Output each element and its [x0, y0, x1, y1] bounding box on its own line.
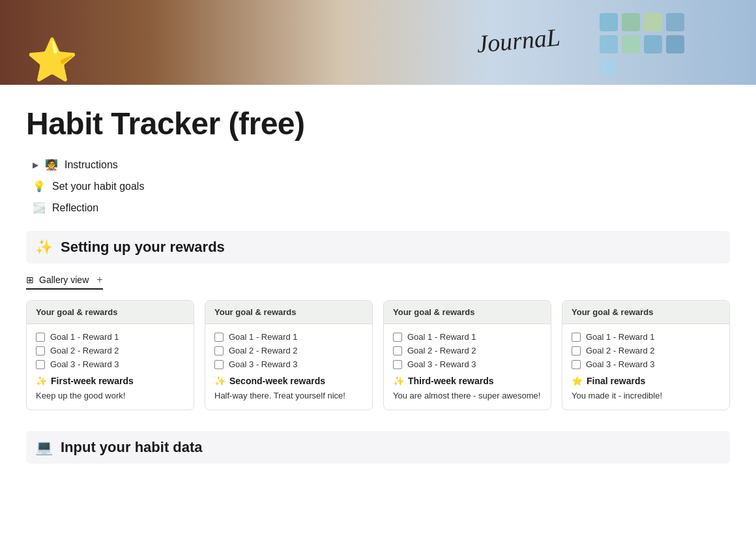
hero-square — [644, 35, 662, 53]
nav-reflection-label: Reflection — [52, 202, 98, 214]
card-3-goal-2[interactable]: Goal 2 - Reward 2 — [393, 346, 542, 355]
hero-square — [600, 13, 618, 31]
card-1-goal-3-label: Goal 3 - Reward 3 — [50, 359, 119, 369]
card-3-header: Your goal & rewards — [384, 301, 551, 324]
card-1-goal-1-label: Goal 1 - Reward 1 — [50, 332, 119, 342]
checkbox-icon[interactable] — [572, 333, 581, 342]
gallery-grid: Your goal & rewards Goal 1 - Reward 1 Go… — [26, 300, 730, 410]
nav-reflection-emoji: 🌫️ — [33, 202, 46, 214]
card-2-goal-2-label: Goal 2 - Reward 2 — [229, 346, 298, 355]
nav-goals-emoji: 💡 — [33, 180, 46, 192]
card-4-reward-emoji: ⭐ — [572, 376, 583, 386]
nav-item-reflection[interactable]: 🌫️ Reflection — [26, 198, 730, 218]
hero-square — [666, 35, 684, 53]
card-3-body: Goal 1 - Reward 1 Goal 2 - Reward 2 Goal… — [384, 324, 551, 410]
card-4-header: Your goal & rewards — [562, 301, 729, 324]
hero-square — [622, 13, 640, 31]
card-4-goal-1[interactable]: Goal 1 - Reward 1 — [572, 332, 720, 342]
card-3-goal-3-label: Goal 3 - Reward 3 — [407, 359, 476, 369]
gallery-card-2: Your goal & rewards Goal 1 - Reward 1 Go… — [205, 300, 373, 410]
toggle-arrow-icon: ▶ — [33, 160, 38, 170]
input-section-emoji: 💻 — [35, 439, 53, 456]
gallery-card-4: Your goal & rewards Goal 1 - Reward 1 Go… — [562, 300, 730, 410]
nav-instructions-label: Instructions — [65, 159, 118, 171]
checkbox-icon[interactable] — [214, 360, 224, 369]
nav-goals-label: Set your habit goals — [52, 181, 144, 192]
checkbox-icon[interactable] — [36, 346, 45, 355]
card-4-goal-3[interactable]: Goal 3 - Reward 3 — [572, 359, 720, 369]
hero-banner: JournaL ⭐ — [0, 0, 756, 85]
card-4-goal-2-label: Goal 2 - Reward 2 — [586, 346, 655, 355]
card-1-body: Goal 1 - Reward 1 Goal 2 - Reward 2 Goal… — [27, 324, 194, 410]
view-controls: ⊞ Gallery view + — [26, 274, 103, 290]
add-view-button[interactable]: + — [96, 274, 102, 286]
nav-item-instructions[interactable]: ▶ 🧑‍🏫 Instructions — [26, 155, 730, 175]
journal-text: JournaL — [476, 22, 562, 58]
nav-item-goals[interactable]: 💡 Set your habit goals — [26, 176, 730, 196]
card-3-reward-emoji: ✨ — [393, 376, 404, 386]
rewards-section-emoji: ✨ — [35, 239, 53, 256]
card-1-reward-header: ✨ First-week rewards — [36, 376, 184, 386]
nav-instructions-emoji: 🧑‍🏫 — [45, 158, 58, 171]
card-2-reward-emoji: ✨ — [214, 376, 225, 386]
star-icon-hero: ⭐ — [26, 39, 78, 81]
checkbox-icon[interactable] — [36, 333, 45, 342]
card-1-reward-emoji: ✨ — [36, 376, 47, 386]
card-1-goal-1[interactable]: Goal 1 - Reward 1 — [36, 332, 184, 342]
card-3-goal-2-label: Goal 2 - Reward 2 — [407, 346, 476, 355]
card-2-goal-2[interactable]: Goal 2 - Reward 2 — [214, 346, 363, 355]
checkbox-icon[interactable] — [214, 333, 224, 342]
gallery-card-3: Your goal & rewards Goal 1 - Reward 1 Go… — [383, 300, 551, 410]
card-3-reward-header: ✨ Third-week rewards — [393, 376, 542, 386]
hero-square — [600, 35, 618, 53]
checkbox-icon[interactable] — [572, 346, 581, 355]
card-4-reward-text: You made it - incredible! — [572, 390, 720, 402]
card-2-goal-3-label: Goal 3 - Reward 3 — [229, 359, 298, 369]
checkbox-icon[interactable] — [393, 346, 402, 355]
hero-squares — [600, 13, 704, 76]
card-1-header: Your goal & rewards — [27, 301, 194, 324]
rewards-section-title: Setting up your rewards — [61, 239, 225, 256]
card-1-goal-2-label: Goal 2 - Reward 2 — [50, 346, 119, 355]
card-4-reward-header: ⭐ Final rewards — [572, 376, 720, 386]
input-section-title: Input your habit data — [61, 439, 203, 456]
card-3-reward-text: You are almost there - super awesome! — [393, 390, 542, 402]
card-1-reward-text: Keep up the good work! — [36, 390, 184, 402]
card-4-goal-1-label: Goal 1 - Reward 1 — [586, 332, 655, 342]
checkbox-icon[interactable] — [36, 360, 45, 369]
card-3-reward-title: Third-week rewards — [408, 376, 494, 386]
checkbox-icon[interactable] — [214, 346, 224, 355]
card-1-reward-title: First-week rewards — [51, 376, 134, 386]
card-4-reward-title: Final rewards — [587, 376, 645, 386]
input-section-header: 💻 Input your habit data — [26, 431, 730, 464]
hero-square — [622, 35, 640, 53]
card-1-goal-3[interactable]: Goal 3 - Reward 3 — [36, 359, 184, 369]
card-2-goal-1[interactable]: Goal 1 - Reward 1 — [214, 332, 363, 342]
gallery-view-icon: ⊞ — [26, 275, 34, 285]
card-2-reward-text: Half-way there. Treat yourself nice! — [214, 390, 363, 402]
card-2-header: Your goal & rewards — [205, 301, 372, 324]
card-3-goal-1[interactable]: Goal 1 - Reward 1 — [393, 332, 542, 342]
card-4-body: Goal 1 - Reward 1 Goal 2 - Reward 2 Goal… — [562, 324, 729, 410]
checkbox-icon[interactable] — [393, 360, 402, 369]
rewards-section-header: ✨ Setting up your rewards — [26, 231, 730, 263]
hero-square — [600, 57, 618, 76]
page-title: Habit Tracker (free) — [26, 106, 730, 142]
card-3-goal-3[interactable]: Goal 3 - Reward 3 — [393, 359, 542, 369]
card-2-goal-1-label: Goal 1 - Reward 1 — [229, 332, 298, 342]
card-2-reward-title: Second-week rewards — [229, 376, 325, 386]
checkbox-icon[interactable] — [393, 333, 402, 342]
card-2-reward-header: ✨ Second-week rewards — [214, 376, 363, 386]
gallery-card-1: Your goal & rewards Goal 1 - Reward 1 Go… — [26, 300, 194, 410]
card-2-body: Goal 1 - Reward 1 Goal 2 - Reward 2 Goal… — [205, 324, 372, 410]
hero-square — [644, 13, 662, 31]
main-content: Habit Tracker (free) ▶ 🧑‍🏫 Instructions … — [0, 85, 756, 490]
card-3-goal-1-label: Goal 1 - Reward 1 — [407, 332, 476, 342]
card-1-goal-2[interactable]: Goal 2 - Reward 2 — [36, 346, 184, 355]
card-2-goal-3[interactable]: Goal 3 - Reward 3 — [214, 359, 363, 369]
card-4-goal-2[interactable]: Goal 2 - Reward 2 — [572, 346, 720, 355]
hero-square — [666, 13, 684, 31]
card-4-goal-3-label: Goal 3 - Reward 3 — [586, 359, 655, 369]
checkbox-icon[interactable] — [572, 360, 581, 369]
gallery-view-label[interactable]: Gallery view — [39, 275, 89, 285]
